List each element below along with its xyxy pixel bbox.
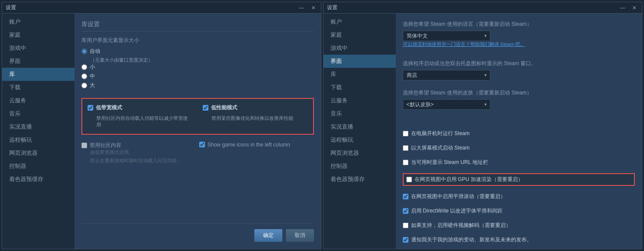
gpu-render-row: 在网页视图中启用 GPU 加速渲染（需要重启） xyxy=(403,173,635,186)
startup-steam-label: 在电脑开机时运行 Steam xyxy=(411,130,470,137)
directwrite-checkbox[interactable] xyxy=(403,208,408,214)
bigpicture-checkbox[interactable] xyxy=(403,145,408,151)
radio-large-input[interactable] xyxy=(81,83,87,88)
smooth-scroll-checkbox[interactable] xyxy=(403,194,408,199)
sidebar-item-account-right[interactable]: 账户 xyxy=(324,15,396,28)
sidebar-item-music-left[interactable]: 音乐 xyxy=(2,107,74,120)
low-bandwidth-desc: 禁用社区内容自动载入功能等以减少带宽使用 xyxy=(96,115,192,129)
skin-select-wrapper: <默认皮肤> xyxy=(403,99,490,110)
notify-updates-label: 通知我关于我的游戏的变动、新发布及未来的发布。 xyxy=(411,236,532,244)
startup-steam-checkbox[interactable] xyxy=(403,131,408,136)
directwrite-row: 启用 DirectWrite 以改进字体平滑和间距 xyxy=(403,207,635,215)
sidebar-item-shader-right[interactable]: 着色器预缓存 xyxy=(324,173,396,186)
left-section-title: 库设置 xyxy=(81,21,314,31)
low-bandwidth-checkbox[interactable] xyxy=(88,105,93,111)
startup-label: 选择程序启动或当您双击托盘图标时显示的 Steam 窗口。 xyxy=(403,60,635,67)
startup-group: 选择程序启动或当您双击托盘图标时显示的 Steam 窗口。 商店 xyxy=(403,60,635,80)
radio-auto-input[interactable] xyxy=(81,49,87,54)
sidebar-item-cloud-left[interactable]: 云服务 xyxy=(2,94,74,107)
radio-group: 自动 （元素大小由窗口宽度决定） 小 中 大 xyxy=(81,48,314,91)
skin-group: 选择您希望 Steam 使用的皮肤（需要重新启动 Steam） <默认皮肤> xyxy=(403,89,635,110)
sidebar-item-library-right[interactable]: 库 xyxy=(324,68,396,81)
startup-select-wrapper: 商店 xyxy=(403,70,490,80)
radio-small-label: 小 xyxy=(90,63,95,71)
disabled-note2: 防止在重着游戏时随时自动载入社区内容。 xyxy=(90,157,182,164)
radio-medium: 中 xyxy=(81,73,314,80)
sidebar-item-account-left[interactable]: 账户 xyxy=(2,15,74,28)
sidebar-item-broadcast-left[interactable]: 实况直播 xyxy=(2,120,74,133)
sidebar-item-downloads-left[interactable]: 下载 xyxy=(2,81,74,94)
notify-updates-row: 通知我关于我的游戏的变动、新发布及未来的发布。 xyxy=(403,236,635,244)
lang-link[interactable]: 可以很流利地使用另一门语言？帮助我们翻译 Steam 吧。 xyxy=(403,41,635,48)
left-titlebar: 设置 — ✕ xyxy=(2,2,321,14)
left-close-btn[interactable]: ✕ xyxy=(310,5,317,11)
left-titlebar-controls: — ✕ xyxy=(297,5,317,11)
sidebar-item-shader-left[interactable]: 着色器预缓存 xyxy=(2,173,74,186)
url-bar-checkbox[interactable] xyxy=(403,160,408,165)
left-window-body: 账户 家庭 游戏中 界面 库 下载 云服务 音乐 实况直播 远程畅玩 网页浏览器… xyxy=(2,14,321,249)
lang-select[interactable]: 简体中文 xyxy=(403,31,490,41)
right-minimize-btn[interactable]: — xyxy=(618,5,627,11)
bigpicture-row: 以大屏幕模式启动 Steam xyxy=(403,144,635,152)
right-title: 设置 xyxy=(327,4,338,11)
sidebar-item-library-left[interactable]: 库 xyxy=(2,68,74,81)
hw-decode-checkbox[interactable] xyxy=(403,223,408,228)
sidebar-item-family-right[interactable]: 家庭 xyxy=(324,28,396,42)
low-perf-checkbox[interactable] xyxy=(203,105,208,111)
hw-decode-label: 如果支持，启用硬件视频解码（需要重启） xyxy=(411,222,511,229)
sidebar-item-remote-left[interactable]: 远程畅玩 xyxy=(2,133,74,146)
sidebar-item-downloads-right[interactable]: 下载 xyxy=(324,81,396,94)
show-icons-checkbox[interactable] xyxy=(199,142,205,147)
sidebar-item-interface-right[interactable]: 界面 xyxy=(324,55,396,68)
notify-updates-checkbox[interactable] xyxy=(403,237,408,243)
hw-decode-row: 如果支持，启用硬件视频解码（需要重启） xyxy=(403,222,635,229)
right-close-btn[interactable]: ✕ xyxy=(630,5,638,11)
left-sidebar: 账户 家庭 游戏中 界面 库 下载 云服务 音乐 实况直播 远程畅玩 网页浏览器… xyxy=(2,14,74,249)
left-footer: 确定 取消 xyxy=(81,223,314,242)
sidebar-item-cloud-right[interactable]: 云服务 xyxy=(324,94,396,107)
low-bandwidth-item: 低带宽模式 xyxy=(88,104,192,112)
sidebar-item-browser-right[interactable]: 网页浏览器 xyxy=(324,146,396,160)
show-icons-group: Show game icons in the left column xyxy=(199,142,290,166)
left-confirm-btn[interactable]: 确定 xyxy=(254,229,282,242)
sidebar-item-controller-left[interactable]: 控制器 xyxy=(2,160,74,173)
radio-large: 大 xyxy=(81,82,314,89)
low-perf-panel: 低性能模式 禁用某些图像优化和转换以改善库性能 xyxy=(197,99,313,134)
show-icons-label: Show game icons in the left column xyxy=(208,142,290,148)
startup-steam-row: 在电脑开机时运行 Steam xyxy=(403,130,635,137)
startup-select[interactable]: 商店 xyxy=(403,70,490,80)
sidebar-item-ingame-left[interactable]: 游戏中 xyxy=(2,42,74,55)
right-sidebar: 账户 家庭 游戏中 界面 库 下载 云服务 音乐 实况直播 远程畅玩 网页浏览器… xyxy=(324,14,396,249)
low-perf-item: 低性能模式 xyxy=(203,104,307,112)
radio-auto: 自动 xyxy=(81,48,314,55)
right-main-content: 选择您希望 Steam 使用的语言（需要重新启动 Steam） 简体中文 可以很… xyxy=(396,14,642,249)
left-minimize-btn[interactable]: — xyxy=(297,5,306,11)
disable-community-checkbox[interactable] xyxy=(81,143,87,148)
display-size-label: 库用户界面元素显示大小 xyxy=(81,37,314,44)
sidebar-item-ingame-right[interactable]: 游戏中 xyxy=(324,42,396,55)
radio-medium-input[interactable] xyxy=(81,73,87,79)
disable-community-label: 禁用社区内容 xyxy=(90,142,121,149)
smooth-scroll-label: 在网页视图中启用平滑滚动（需要重启） xyxy=(411,193,506,200)
sidebar-item-music-right[interactable]: 音乐 xyxy=(324,107,396,120)
radio-small: 小 xyxy=(81,63,314,71)
language-group: 选择您希望 Steam 使用的语言（需要重新启动 Steam） 简体中文 可以很… xyxy=(403,21,635,51)
sidebar-item-interface-left[interactable]: 界面 xyxy=(2,55,74,68)
skin-select[interactable]: <默认皮肤> xyxy=(403,99,490,110)
radio-auto-sub: （元素大小由窗口宽度决定） xyxy=(90,57,314,63)
sidebar-item-family-left[interactable]: 家庭 xyxy=(2,28,74,42)
right-titlebar-controls: — ✕ xyxy=(618,5,638,11)
radio-auto-label: 自动 xyxy=(90,48,100,55)
sidebar-item-browser-left[interactable]: 网页浏览器 xyxy=(2,146,74,160)
radio-medium-label: 中 xyxy=(90,73,95,80)
disable-community-group: 禁用社区内容 由低带宽模式启用。 防止在重着游戏时随时自动载入社区内容。 xyxy=(81,142,182,166)
disable-community-row: 禁用社区内容 xyxy=(81,142,182,149)
sidebar-item-controller-right[interactable]: 控制器 xyxy=(324,160,396,173)
sidebar-item-broadcast-right[interactable]: 实况直播 xyxy=(324,120,396,133)
gpu-render-label: 在网页视图中启用 GPU 加速渲染（需要重启） xyxy=(415,176,524,183)
left-cancel-btn[interactable]: 取消 xyxy=(286,229,314,242)
sidebar-item-remote-right[interactable]: 远程畅玩 xyxy=(324,133,396,146)
gpu-render-checkbox[interactable] xyxy=(406,177,412,182)
radio-large-label: 大 xyxy=(90,82,95,89)
radio-small-input[interactable] xyxy=(81,64,87,70)
